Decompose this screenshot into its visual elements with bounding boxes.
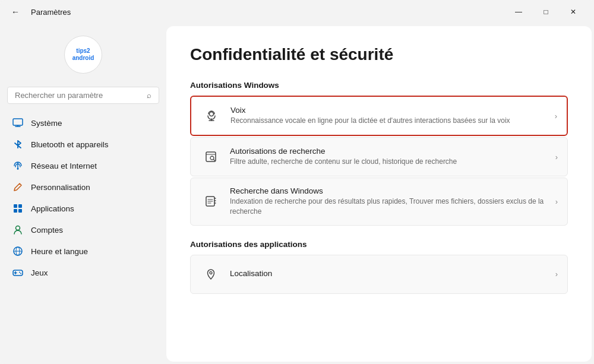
systeme-icon xyxy=(12,117,24,129)
search-box[interactable]: ⌕ xyxy=(7,87,159,104)
avatar[interactable]: tips2android xyxy=(64,36,102,74)
heure-icon xyxy=(12,245,24,257)
maximize-button[interactable]: □ xyxy=(532,2,560,21)
back-button[interactable]: ← xyxy=(7,4,24,20)
recherche-windows-title: Recherche dans Windows xyxy=(230,186,555,195)
nav-list: SystèmeBluetooth et appareilsRéseau et I… xyxy=(5,112,162,283)
svg-rect-0 xyxy=(13,119,23,125)
titlebar-title: Paramètres xyxy=(31,8,71,17)
voix-desc: Reconnaissance vocale en ligne pour la d… xyxy=(230,116,555,126)
svg-rect-6 xyxy=(14,209,17,213)
close-button[interactable]: ✕ xyxy=(560,2,587,21)
perso-icon xyxy=(12,181,24,193)
window-controls: — □ ✕ xyxy=(505,2,587,21)
localisation-icon xyxy=(200,264,222,285)
svg-point-15 xyxy=(19,272,20,273)
svg-rect-5 xyxy=(18,204,22,208)
recherche-icon xyxy=(200,146,222,167)
sidebar-item-comptes[interactable]: Comptes xyxy=(5,219,162,240)
voix-chevron: › xyxy=(555,112,557,121)
sidebar-item-label-jeux: Jeux xyxy=(31,268,48,277)
titlebar: ← Paramètres — □ ✕ xyxy=(0,0,594,24)
search-icon: ⌕ xyxy=(147,91,151,100)
profile-section: tips2android xyxy=(5,30,162,86)
settings-window: ← Paramètres — □ ✕ tips2android ⌕ Systèm… xyxy=(0,0,594,364)
bluetooth-icon xyxy=(12,138,24,150)
apps-icon xyxy=(12,202,24,214)
settings-item-localisation[interactable]: Localisation› xyxy=(190,255,568,294)
page-title: Confidentialité et sécurité xyxy=(190,45,568,64)
section-title-autorisations-applications: Autorisations des applications xyxy=(190,240,568,249)
svg-line-23 xyxy=(214,160,216,162)
sidebar-item-label-reseau: Réseau et Internet xyxy=(31,162,97,170)
svg-point-16 xyxy=(20,273,21,274)
voix-icon xyxy=(201,105,222,126)
sidebar-item-label-comptes: Comptes xyxy=(31,226,63,235)
recherche-chevron: › xyxy=(555,153,558,162)
settings-list-autorisations-applications: Localisation› xyxy=(190,255,568,294)
settings-item-recherche-windows[interactable]: Recherche dans WindowsIndexation de rech… xyxy=(190,178,568,226)
avatar-label: tips2android xyxy=(72,48,94,62)
svg-rect-7 xyxy=(18,209,22,213)
settings-item-recherche[interactable]: Autorisations de rechercheFiltre adulte,… xyxy=(190,137,568,176)
recherche-desc: Filtre adulte, recherche de contenu sur … xyxy=(230,157,555,167)
svg-point-28 xyxy=(210,271,212,274)
sidebar-item-label-perso: Personnalisation xyxy=(31,183,90,192)
sidebar-item-systeme[interactable]: Système xyxy=(5,112,162,134)
localisation-title: Localisation xyxy=(230,269,555,278)
sidebar-item-bluetooth[interactable]: Bluetooth et appareils xyxy=(5,134,162,155)
section-autorisations-windows: Autorisations WindowsVoixReconnaissance … xyxy=(190,81,568,226)
localisation-chevron: › xyxy=(555,270,558,278)
recherche-windows-desc: Indexation de recherche pour des résulta… xyxy=(230,197,555,217)
recherche-windows-text: Recherche dans WindowsIndexation de rech… xyxy=(230,186,555,217)
sidebar-item-jeux[interactable]: Jeux xyxy=(5,262,162,283)
sidebar-item-reseau[interactable]: Réseau et Internet xyxy=(5,155,162,176)
sidebar-item-label-apps: Applications xyxy=(31,204,74,213)
sidebar-item-label-bluetooth: Bluetooth et appareils xyxy=(31,140,109,149)
sections-container: Autorisations WindowsVoixReconnaissance … xyxy=(190,81,568,294)
minimize-button[interactable]: — xyxy=(505,2,532,21)
main-content: tips2android ⌕ SystèmeBluetooth et appar… xyxy=(0,24,594,364)
recherche-title: Autorisations de recherche xyxy=(230,147,555,156)
sidebar-item-heure[interactable]: Heure et langue xyxy=(5,240,162,262)
comptes-icon xyxy=(12,224,24,236)
svg-point-8 xyxy=(16,226,20,230)
sidebar-item-apps[interactable]: Applications xyxy=(5,198,162,219)
section-autorisations-applications: Autorisations des applicationsLocalisati… xyxy=(190,240,568,294)
voix-title: Voix xyxy=(230,106,555,115)
settings-item-voix[interactable]: VoixReconnaissance vocale en ligne pour … xyxy=(190,96,568,136)
jeux-icon xyxy=(12,267,24,278)
recherche-text: Autorisations de rechercheFiltre adulte,… xyxy=(230,147,555,167)
settings-main: Confidentialité et sécurité Autorisation… xyxy=(166,26,592,362)
titlebar-left: ← Paramètres xyxy=(7,4,71,20)
sidebar-item-label-heure: Heure et langue xyxy=(31,247,88,256)
section-title-autorisations-windows: Autorisations Windows xyxy=(190,81,568,90)
svg-point-17 xyxy=(210,112,214,116)
sidebar-item-perso[interactable]: Personnalisation xyxy=(5,176,162,198)
recherche-windows-chevron: › xyxy=(555,197,558,206)
svg-rect-4 xyxy=(14,204,17,208)
svg-point-3 xyxy=(17,168,19,170)
voix-text: VoixReconnaissance vocale en ligne pour … xyxy=(230,106,555,126)
recherche-windows-icon xyxy=(200,191,222,212)
localisation-text: Localisation xyxy=(230,269,555,279)
settings-list-autorisations-windows: VoixReconnaissance vocale en ligne pour … xyxy=(190,96,568,226)
sidebar: tips2android ⌕ SystèmeBluetooth et appar… xyxy=(0,24,166,364)
reseau-icon xyxy=(12,160,24,172)
sidebar-item-label-systeme: Système xyxy=(31,119,62,128)
search-input[interactable] xyxy=(15,91,142,100)
